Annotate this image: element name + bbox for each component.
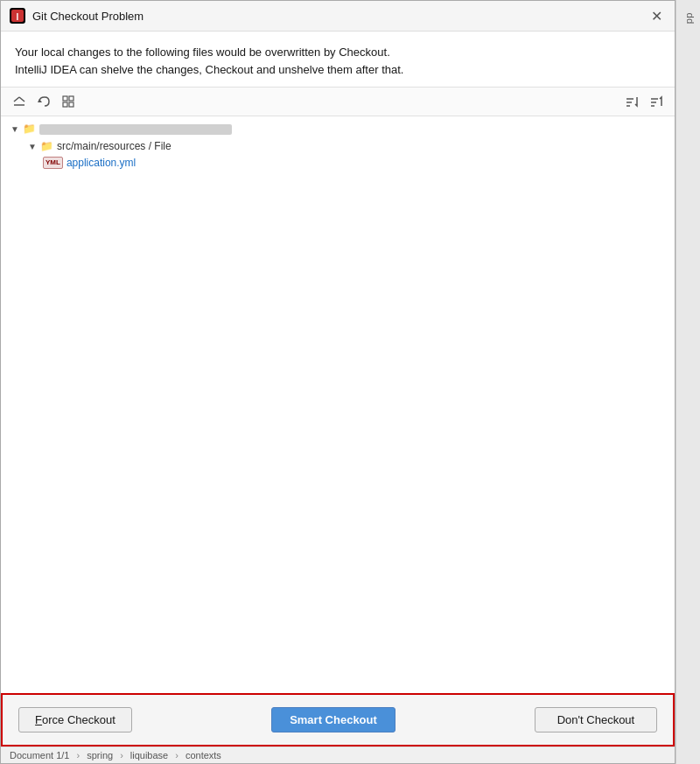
sort-desc-icon <box>649 95 663 109</box>
status-breadcrumb1: spring <box>87 750 113 760</box>
folder-icon-root: 📁 <box>22 122 36 136</box>
undo-icon <box>37 95 51 109</box>
yaml-badge: YML <box>43 157 63 169</box>
toolbar-sort-asc-btn[interactable] <box>620 91 643 112</box>
smart-checkout-button[interactable]: Smart Checkout <box>271 707 396 732</box>
status-sep2: › <box>120 750 123 760</box>
tree-child-label: src/main/resources / File <box>57 140 172 152</box>
svg-rect-9 <box>63 102 67 107</box>
blurred-label <box>39 124 232 135</box>
sidebar-label: pp <box>683 12 694 24</box>
arrows-icon <box>12 95 26 109</box>
status-sep3: › <box>175 750 178 760</box>
tree-file-label: application.yml <box>66 157 136 169</box>
status-breadcrumb2: liquibase <box>130 750 168 760</box>
status-breadcrumb3: contexts <box>186 750 221 760</box>
toolbar-left <box>8 91 80 112</box>
force-checkout-button[interactable]: Force Checkout <box>18 707 132 732</box>
button-row: Force Checkout Smart Checkout Don't Chec… <box>3 695 673 745</box>
title-bar: I Git Checkout Problem ✕ <box>1 1 675 32</box>
status-sep1: › <box>76 750 80 760</box>
sort-asc-icon <box>625 95 639 109</box>
toolbar-grid-btn[interactable] <box>57 91 80 112</box>
bottom-panel: Force Checkout Smart Checkout Don't Chec… <box>1 693 675 746</box>
right-sidebar: pp <box>676 0 700 764</box>
file-tree: ▼ 📁 ▼ 📁 src/main/resources / File YML ap… <box>1 116 675 693</box>
svg-rect-7 <box>63 96 67 101</box>
title-bar-left: I Git Checkout Problem <box>10 8 144 24</box>
toolbar <box>1 87 675 116</box>
tree-root-label <box>39 123 232 136</box>
svg-line-3 <box>14 97 19 102</box>
tree-file-item[interactable]: YML application.yml <box>1 155 675 171</box>
grid-icon <box>61 95 75 109</box>
svg-rect-8 <box>69 96 74 101</box>
dont-checkout-button[interactable]: Don't Checkout <box>535 707 657 732</box>
message-line1: Your local changes to the following file… <box>15 44 661 61</box>
message-area: Your local changes to the following file… <box>1 32 675 87</box>
force-checkout-label: orce Checkout <box>42 713 116 726</box>
status-bar: Document 1/1 › spring › liquibase › cont… <box>1 746 675 763</box>
message-line2: IntelliJ IDEA can shelve the changes, Ch… <box>15 61 661 79</box>
folder-icon-child: 📁 <box>39 139 53 153</box>
toolbar-right <box>620 91 668 112</box>
tree-arrow-child: ▼ <box>25 139 39 153</box>
toolbar-undo-btn[interactable] <box>32 91 55 112</box>
app-icon: I <box>10 8 25 24</box>
force-checkout-underline: F <box>35 713 42 726</box>
svg-rect-10 <box>69 102 74 107</box>
tree-child-item[interactable]: ▼ 📁 src/main/resources / File <box>1 137 675 155</box>
svg-line-4 <box>19 97 24 102</box>
tree-arrow-root: ▼ <box>8 122 22 136</box>
close-button[interactable]: ✕ <box>647 6 666 25</box>
toolbar-sort-desc-btn[interactable] <box>645 91 668 112</box>
dialog-title: Git Checkout Problem <box>32 10 144 23</box>
tree-root-item[interactable]: ▼ 📁 <box>1 120 675 137</box>
toolbar-arrow-btn[interactable] <box>8 91 31 112</box>
status-document: Document 1/1 <box>10 750 69 760</box>
svg-text:I: I <box>17 12 19 22</box>
dialog: I Git Checkout Problem ✕ Your local chan… <box>0 0 676 764</box>
